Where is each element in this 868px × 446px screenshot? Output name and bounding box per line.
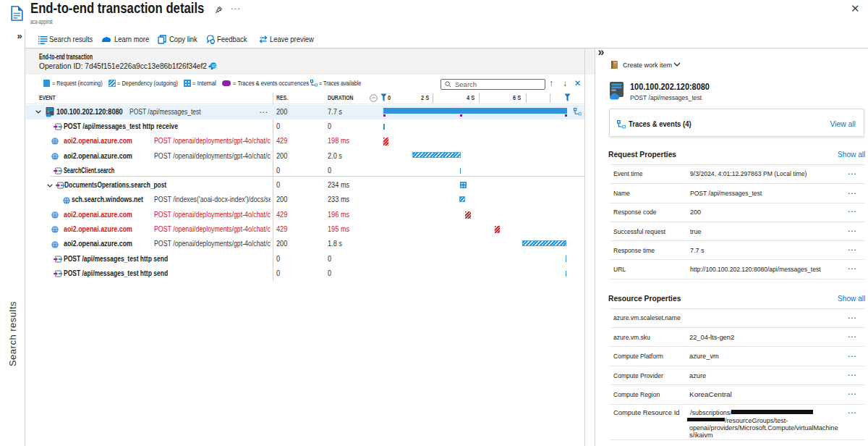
svg-text:ID: ID <box>212 63 216 67</box>
